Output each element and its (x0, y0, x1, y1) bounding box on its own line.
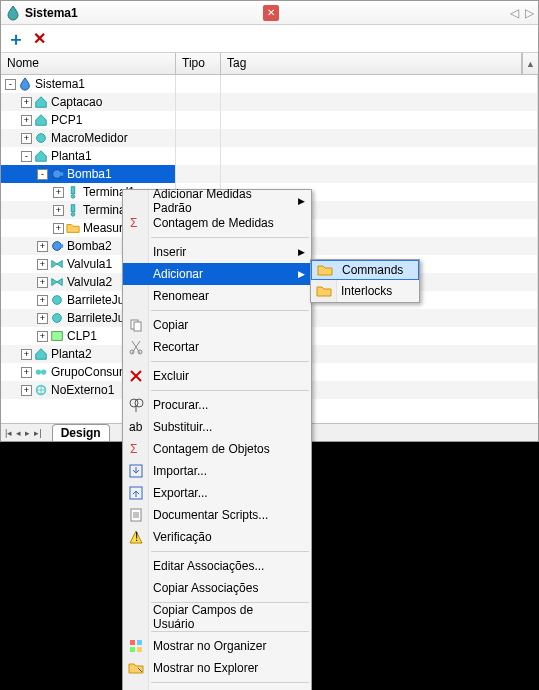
menu-item[interactable]: Exportar... (123, 482, 311, 504)
menu-item[interactable]: Mostrar no Explorer (123, 657, 311, 679)
svg-rect-8 (61, 244, 64, 248)
col-name[interactable]: Nome (1, 53, 176, 74)
menu-item[interactable]: Excluir (123, 365, 311, 387)
expander[interactable]: + (21, 349, 32, 360)
menu-item[interactable]: Copiar Associações (123, 577, 311, 599)
submenu-item[interactable]: Commands (311, 260, 419, 280)
sigma-icon: Σ (128, 441, 144, 457)
menu-item[interactable]: Adicionar▶ (123, 263, 311, 285)
node-label: Valvula1 (67, 257, 112, 271)
expander[interactable]: + (37, 241, 48, 252)
menu-item[interactable]: Procurar... (123, 394, 311, 416)
nav-next[interactable]: ▸ (25, 428, 30, 438)
menu-item[interactable]: Importar... (123, 460, 311, 482)
menu-item[interactable]: abSubstituir... (123, 416, 311, 438)
expander[interactable]: + (37, 295, 48, 306)
drop-blue-icon (18, 77, 32, 91)
node-label: Captacao (51, 95, 102, 109)
node-label: Planta1 (51, 149, 92, 163)
close-tab-button[interactable]: ✕ (263, 5, 279, 21)
expander[interactable]: + (21, 385, 32, 396)
menu-item[interactable]: Documentar Scripts... (123, 504, 311, 526)
exp-icon (128, 660, 144, 676)
expander[interactable]: + (21, 133, 32, 144)
circ-teal-icon (34, 131, 48, 145)
expander[interactable]: + (21, 367, 32, 378)
clp-icon (50, 329, 64, 343)
tree-row[interactable]: -Planta1 (1, 147, 538, 165)
svg-rect-30 (130, 647, 135, 652)
nav-last[interactable]: ▸| (34, 428, 41, 438)
node-label: CLP1 (67, 329, 97, 343)
tree-row[interactable]: +PCP1 (1, 111, 538, 129)
export-icon (128, 485, 144, 501)
menu-item[interactable]: Recortar (123, 336, 311, 358)
menu-item[interactable]: Mostrar no Organizer (123, 635, 311, 657)
col-tipo[interactable]: Tipo (176, 53, 221, 74)
nav-first[interactable]: |◂ (5, 428, 12, 438)
expander[interactable]: + (21, 97, 32, 108)
menu-item[interactable]: !Verificação (123, 526, 311, 548)
tree-row[interactable]: +Captacao (1, 93, 538, 111)
svg-point-0 (37, 134, 46, 143)
expander[interactable]: + (53, 223, 64, 234)
svg-text:!: ! (135, 530, 138, 544)
house-teal-icon (34, 347, 48, 361)
menu-label: Substituir... (153, 420, 212, 434)
expander[interactable]: + (37, 277, 48, 288)
pump-blue-icon (50, 167, 64, 181)
sigma-icon: Σ (128, 215, 144, 231)
svg-rect-11 (52, 332, 63, 341)
submenu-arrow-icon: ▶ (298, 269, 305, 279)
menu-item[interactable]: Copiar Campos de Usuário (123, 606, 311, 628)
cut-icon (128, 339, 144, 355)
prev-arrow[interactable]: ◁ (510, 6, 519, 20)
menu-item[interactable]: Copiar (123, 314, 311, 336)
folder-icon (66, 221, 80, 235)
design-tab[interactable]: Design (52, 424, 110, 441)
menu-label: Editar Associações... (153, 559, 264, 573)
nav-prev[interactable]: ◂ (16, 428, 21, 438)
expander[interactable]: - (5, 79, 16, 90)
menu-label: Contagem de Objetos (153, 442, 270, 456)
scroll-up[interactable]: ▲ (522, 53, 538, 74)
menu-label: Adicionar (153, 267, 203, 281)
grid-header: Nome Tipo Tag ▲ (1, 53, 538, 75)
submenu: CommandsInterlocks (310, 259, 420, 303)
menu-item[interactable]: ΣContagem de Medidas (123, 212, 311, 234)
expander[interactable]: + (37, 331, 48, 342)
menu-item[interactable]: Adicionar Medidas Padrão▶ (123, 190, 311, 212)
tree-row[interactable]: +MacroMedidor (1, 129, 538, 147)
tree-row[interactable]: -Sistema1 (1, 75, 538, 93)
submenu-item[interactable]: Interlocks (311, 280, 419, 302)
menu-item[interactable]: Inserir▶ (123, 241, 311, 263)
house-teal-icon (34, 113, 48, 127)
circ-teal-icon (50, 311, 64, 325)
expander[interactable]: + (37, 259, 48, 270)
menu-label: Excluir (153, 369, 189, 383)
node-label: PCP1 (51, 113, 82, 127)
expander[interactable]: + (37, 313, 48, 324)
context-menu: Adicionar Medidas Padrão▶ΣContagem de Me… (122, 189, 312, 690)
menu-item[interactable]: ΣContagem de Objetos (123, 438, 311, 460)
svg-point-1 (53, 170, 62, 179)
expander[interactable]: + (21, 115, 32, 126)
expander[interactable]: - (21, 151, 32, 162)
expander[interactable]: - (37, 169, 48, 180)
menu-item[interactable]: Editar Associações... (123, 555, 311, 577)
menu-label: Copiar (153, 318, 188, 332)
svg-rect-17 (134, 322, 141, 331)
next-arrow[interactable]: ▷ (525, 6, 534, 20)
menu-item[interactable]: Renomear (123, 285, 311, 307)
circ-teal-icon (50, 293, 64, 307)
expander[interactable]: + (53, 205, 64, 216)
tree-row[interactable]: -Bomba1 (1, 165, 538, 183)
title-text: Sistema1 (25, 6, 257, 20)
expander[interactable]: + (53, 187, 64, 198)
delete-button[interactable]: ✕ (33, 29, 46, 48)
add-button[interactable]: ＋ (7, 27, 25, 51)
col-tag[interactable]: Tag (221, 53, 522, 74)
menu-item[interactable]: Propriedades (123, 686, 311, 690)
menu-label: Copiar Associações (153, 581, 258, 595)
menu-label: Contagem de Medidas (153, 216, 274, 230)
